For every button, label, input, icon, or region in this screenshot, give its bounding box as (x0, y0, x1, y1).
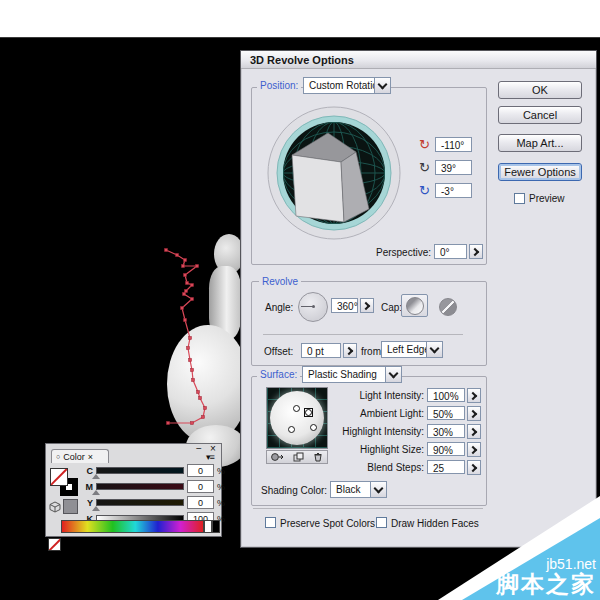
rotate-x-icon[interactable]: ↻ (417, 138, 432, 151)
ok-button[interactable]: OK (498, 81, 582, 99)
angle-dial-center (312, 305, 315, 308)
shading-color-dropdown-button[interactable] (370, 482, 386, 497)
chevron-right-icon (345, 346, 353, 354)
blend-steps-stepper[interactable] (467, 460, 481, 475)
light-intensity-field[interactable]: 100% (427, 388, 465, 402)
light-intensity-label: Light Intensity: (301, 390, 424, 401)
highlight-intensity-stepper[interactable] (467, 424, 481, 439)
surface-label: Surface: (257, 369, 300, 380)
rotate-z-field[interactable]: -3° (435, 183, 472, 198)
position-dropdown-value: Custom Rotation (304, 78, 374, 93)
angle-stepper[interactable] (360, 298, 374, 313)
offset-label: Offset: (264, 346, 293, 357)
revolve-divider (263, 334, 463, 335)
edge-dropdown-value: Left Edge (382, 342, 426, 357)
cyan-slider[interactable] (96, 467, 184, 474)
tab-circle-icon: ○ (56, 453, 60, 460)
highlight-size-stepper[interactable] (467, 442, 481, 457)
angle-field[interactable]: 360° (331, 298, 358, 313)
spectrum-black-swatch[interactable] (212, 520, 220, 533)
ambient-light-stepper[interactable] (467, 406, 481, 421)
offset-field[interactable]: 0 pt (301, 343, 341, 358)
last-color-swatch[interactable] (63, 499, 78, 514)
chevron-down-icon (378, 79, 388, 89)
light-handle[interactable] (288, 426, 295, 433)
preserve-spot-colors-checkbox[interactable] (265, 517, 276, 528)
watermark-text: jb51.net 脚本之家 (496, 557, 596, 596)
blend-steps-label: Blend Steps: (301, 462, 424, 473)
yellow-slider-knob[interactable] (92, 506, 100, 511)
position-dropdown-button[interactable] (374, 78, 390, 93)
shading-color-label: Shading Color: (261, 485, 327, 496)
rotation-trackball[interactable] (267, 106, 401, 240)
cap-off-button[interactable] (439, 298, 457, 316)
flyout-menu-icon[interactable]: ▾≡ (206, 452, 214, 462)
yellow-value-field[interactable]: 0 (187, 496, 214, 509)
chevron-down-icon (389, 368, 399, 378)
chevron-right-icon (362, 301, 370, 309)
yellow-slider[interactable] (96, 499, 184, 506)
panel-minimize-icon[interactable]: − (196, 443, 202, 454)
cyan-slider-knob[interactable] (92, 474, 100, 479)
offset-stepper[interactable] (343, 343, 357, 358)
edge-dropdown[interactable]: Left Edge (381, 341, 443, 358)
ambient-light-field[interactable]: 50% (427, 406, 465, 420)
edge-dropdown-button[interactable] (426, 342, 442, 357)
surface-dropdown[interactable]: Plastic Shading (302, 366, 402, 383)
canvas-top-area (0, 0, 600, 38)
perspective-field[interactable]: 0° (434, 244, 467, 259)
color-cube-icon[interactable] (49, 501, 62, 513)
fewer-options-button[interactable]: Fewer Options (498, 163, 582, 181)
angle-dial[interactable] (298, 292, 328, 322)
light-handle[interactable] (293, 405, 300, 412)
rotate-x-field[interactable]: -110° (435, 137, 472, 152)
highlight-size-field[interactable]: 90% (427, 442, 465, 456)
color-spectrum-bar[interactable] (61, 520, 204, 533)
spectrum-none-swatch[interactable] (48, 538, 61, 551)
magenta-unit: % (217, 482, 225, 492)
rotate-z-icon[interactable]: ↻ (417, 184, 432, 197)
preview-label: Preview (529, 193, 565, 204)
selected-path-outline[interactable] (160, 244, 220, 434)
cyan-value-field[interactable]: 0 (187, 464, 214, 477)
fill-swatch-none[interactable] (50, 468, 68, 486)
revolve-legend: Revolve (259, 276, 301, 287)
draw-hidden-faces-checkbox[interactable] (376, 517, 387, 528)
watermark-name: 脚本之家 (496, 572, 596, 596)
ambient-light-label: Ambient Light: (301, 408, 424, 419)
draw-hidden-faces-label: Draw Hidden Faces (391, 518, 479, 529)
highlight-intensity-field[interactable]: 30% (427, 424, 465, 438)
map-art-button[interactable]: Map Art... (498, 134, 582, 152)
rotate-y-icon[interactable]: ↻ (417, 161, 432, 174)
shading-color-dropdown[interactable]: Black (330, 481, 387, 498)
shading-color-value: Black (331, 482, 370, 497)
light-intensity-stepper[interactable] (467, 388, 481, 403)
color-panel: − × ○ Color × ▾≡ C 0 % M 0 % Y (45, 443, 222, 537)
chevron-down-icon (430, 343, 440, 353)
3d-revolve-options-dialog: 3D Revolve Options OK Cancel Map Art... … (240, 50, 597, 548)
chevron-right-icon (471, 247, 479, 255)
dialog-titlebar[interactable]: 3D Revolve Options (241, 51, 596, 69)
chevron-down-icon (374, 483, 384, 493)
rotate-y-field[interactable]: 39° (435, 160, 472, 175)
magenta-value-field[interactable]: 0 (187, 480, 214, 493)
from-label: from (361, 346, 381, 357)
preserve-spot-colors-label: Preserve Spot Colors (280, 518, 375, 529)
position-dropdown[interactable]: Custom Rotation (303, 77, 391, 94)
blend-steps-field[interactable]: 25 (427, 460, 465, 474)
footer-divider (253, 508, 483, 509)
magenta-slider[interactable] (96, 483, 184, 490)
cancel-button[interactable]: Cancel (498, 106, 582, 124)
color-panel-tab[interactable]: ○ Color × (51, 449, 109, 463)
preview-checkbox[interactable] (514, 193, 525, 204)
surface-dropdown-button[interactable] (385, 367, 401, 382)
move-light-icon[interactable] (271, 452, 285, 462)
spectrum-white-swatch[interactable] (204, 520, 212, 533)
tab-close-icon[interactable]: × (88, 452, 93, 462)
angle-label: Angle: (265, 302, 293, 313)
illustrator-workspace: 3D Revolve Options OK Cancel Map Art... … (0, 0, 600, 600)
cap-on-icon (406, 297, 424, 315)
magenta-slider-knob[interactable] (92, 490, 100, 495)
cap-on-button[interactable] (401, 294, 428, 317)
perspective-stepper[interactable] (469, 244, 483, 259)
